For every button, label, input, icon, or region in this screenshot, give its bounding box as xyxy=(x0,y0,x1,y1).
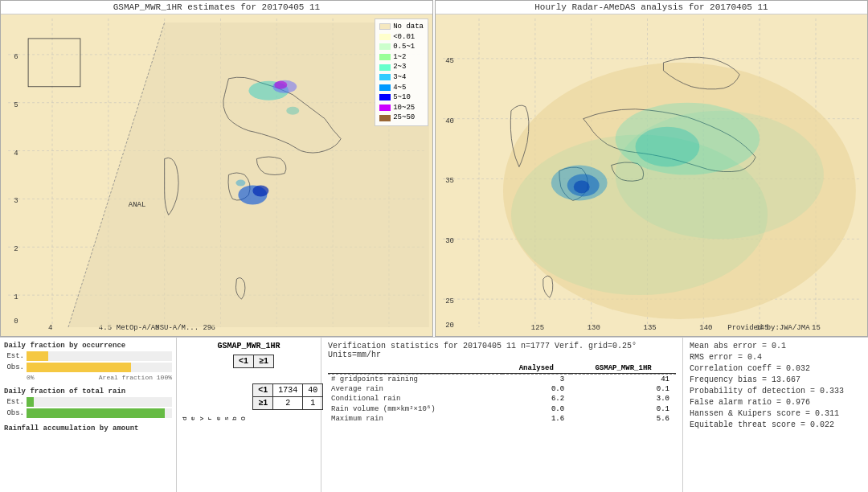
legend-color-8 xyxy=(379,105,391,111)
svg-text:1: 1 xyxy=(14,293,18,301)
metrics-panel: Mean abs error = 0.1RMS error = 0.4Corre… xyxy=(683,338,868,492)
legend: No data <0.01 0.5~1 1~2 xyxy=(375,18,428,126)
stat-analysed: 0.0 xyxy=(502,404,571,414)
est-bar-fill xyxy=(27,351,48,361)
svg-text:4: 4 xyxy=(14,150,18,158)
legend-item-3: 1~2 xyxy=(379,52,424,63)
svg-text:125: 125 xyxy=(531,324,544,332)
legend-item-nodata: No data xyxy=(379,22,424,32)
svg-text:130: 130 xyxy=(588,324,600,332)
legend-label-4: 2~3 xyxy=(393,62,406,72)
left-map-svg: 6 5 4 3 2 1 0 4 4.5 5 6 ANAL xyxy=(1,14,432,334)
legend-label-9: 25~50 xyxy=(393,113,415,123)
obs-vertical-text: Observed xyxy=(181,372,248,420)
legend-item-6: 4~5 xyxy=(379,83,424,93)
col-header-analysed: Analysed xyxy=(502,363,571,374)
stat-gsmap: 0.1 xyxy=(571,404,676,414)
stat-gsmap: 41 xyxy=(571,375,676,385)
svg-text:20: 20 xyxy=(445,322,454,330)
row-lt1: <1 1734 40 xyxy=(253,383,323,396)
col-header-empty xyxy=(328,363,502,374)
legend-item-8: 10~25 xyxy=(379,103,424,113)
metric-line: Frequency bias = 13.667 xyxy=(690,375,862,384)
stat-label: Average rain xyxy=(328,384,502,394)
right-map-svg: 45 40 35 30 25 20 125 130 135 140 145 15 xyxy=(436,14,867,334)
svg-point-32 xyxy=(252,185,268,196)
legend-color-1 xyxy=(379,34,391,40)
legend-color-nodata xyxy=(379,23,391,30)
stat-row: Average rain 0.0 0.1 xyxy=(328,384,676,394)
legend-color-3 xyxy=(379,54,391,60)
svg-text:Provided by:JWA/JMA: Provided by:JWA/JMA xyxy=(727,324,810,332)
obs-vertical-label: Observed xyxy=(181,372,248,420)
obs-bar-row: Obs. xyxy=(4,363,172,372)
stat-label: Maximum rain xyxy=(328,414,502,424)
legend-label-1: <0.01 xyxy=(393,32,415,43)
rain-bar-chart: Est. Obs. xyxy=(4,397,172,418)
fraction-occurrence-title: Daily fraction by occurrence xyxy=(4,342,172,350)
col-header-gsmap: GSMAP_MWR_1HR xyxy=(571,363,676,374)
est-label: Est. xyxy=(4,352,24,360)
stat-gsmap: 3.0 xyxy=(571,394,676,404)
svg-text:2: 2 xyxy=(14,245,18,253)
table-with-label: Observed <1 1734 40 ≥1 2 1 xyxy=(181,372,317,420)
stat-label: Conditional rain xyxy=(328,394,502,404)
right-map-title: Hourly Radar-AMeDAS analysis for 2017040… xyxy=(436,1,867,14)
contingency-table-panel: GSMAP_MWR_1HR <1 ≥1 Observed xyxy=(177,338,321,492)
svg-text:25: 25 xyxy=(445,297,454,305)
legend-item-4: 2~3 xyxy=(379,62,424,72)
obs-bar-fill xyxy=(27,363,131,372)
obs-label: Obs. xyxy=(4,363,24,371)
svg-point-33 xyxy=(286,107,299,115)
svg-text:45: 45 xyxy=(445,57,454,65)
svg-text:5: 5 xyxy=(14,101,18,109)
cell-12: 40 xyxy=(303,383,323,396)
stat-gsmap: 0.1 xyxy=(571,384,676,394)
est-rain-bar-container xyxy=(27,397,172,407)
row-gte1: ≥1 2 1 xyxy=(253,396,323,409)
svg-text:30: 30 xyxy=(445,237,454,245)
cell-22: 1 xyxy=(303,396,323,409)
svg-text:140: 140 xyxy=(699,324,712,332)
legend-label-2: 0.5~1 xyxy=(393,42,415,52)
row-header-gte1: ≥1 xyxy=(253,396,273,409)
svg-point-30 xyxy=(274,81,287,89)
est-rain-label: Est. xyxy=(4,398,24,406)
svg-point-34 xyxy=(235,179,245,186)
stat-analysed: 0.0 xyxy=(502,384,571,394)
legend-label-8: 10~25 xyxy=(393,103,415,113)
metric-line: Hanssen & Kuipers score = 0.311 xyxy=(690,409,862,418)
legend-color-9 xyxy=(379,115,391,121)
legend-color-4 xyxy=(379,64,391,71)
est-rain-bar-row: Est. xyxy=(4,397,172,407)
contingency-table: <1 ≥1 xyxy=(223,355,274,368)
left-map-canvas: 6 5 4 3 2 1 0 4 4.5 5 6 ANAL xyxy=(1,14,432,334)
maps-row: GSMAP_MWR_1HR estimates for 20170405 11 xyxy=(0,0,868,338)
stat-row: Rain volume (mm×km²×10⁶) 0.0 0.1 xyxy=(328,404,676,414)
legend-color-6 xyxy=(379,84,391,91)
col-gte1: ≥1 xyxy=(254,355,274,368)
right-map-canvas: 45 40 35 30 25 20 125 130 135 140 145 15 xyxy=(436,14,867,334)
charts-panel: Daily fraction by occurrence Est. Obs. 0… xyxy=(0,338,177,492)
metric-line: False alarm ratio = 0.976 xyxy=(690,398,862,407)
contingency-header-row: <1 ≥1 xyxy=(181,355,317,368)
right-map-panel: Hourly Radar-AMeDAS analysis for 2017040… xyxy=(435,0,868,337)
metric-line: Equitable threat score = 0.022 xyxy=(690,420,862,429)
contingency-data-table: <1 1734 40 ≥1 2 1 xyxy=(252,383,323,410)
svg-text:4: 4 xyxy=(48,324,52,332)
stat-row: Maximum rain 1.6 5.6 xyxy=(328,414,676,424)
stat-row: Conditional rain 6.2 3.0 xyxy=(328,394,676,404)
legend-item-5: 3~4 xyxy=(379,72,424,83)
svg-text:6: 6 xyxy=(14,53,18,61)
col-lt1: <1 xyxy=(233,355,253,368)
obs-rain-label: Obs. xyxy=(4,409,24,417)
stat-label: # gridpoints raining xyxy=(328,375,502,385)
occurrence-bar-chart: Est. Obs. 0% Areal fraction 100% xyxy=(4,351,172,381)
axis-end: Areal fraction 100% xyxy=(99,374,172,381)
legend-label-3: 1~2 xyxy=(393,52,406,63)
stat-analysed: 3 xyxy=(502,375,571,385)
legend-color-2 xyxy=(379,43,391,50)
legend-item-7: 5~10 xyxy=(379,92,424,103)
legend-color-7 xyxy=(379,94,391,100)
stat-row: # gridpoints raining 3 41 xyxy=(328,375,676,385)
